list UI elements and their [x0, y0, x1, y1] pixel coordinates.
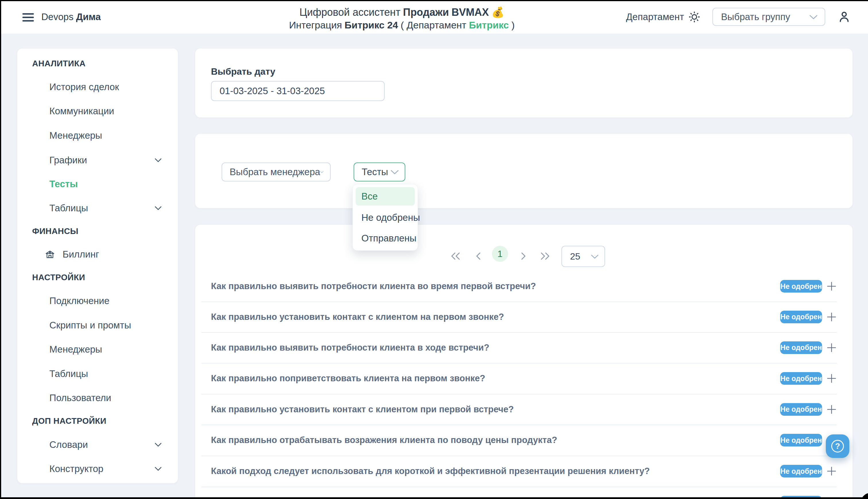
question-row: Какой подход следует использовать для ко…	[201, 456, 837, 487]
page-title-line1: Цифровой ассистент Продажи BVMAX 💰	[218, 6, 585, 19]
title1-pre: Цифровой ассистент	[299, 6, 400, 19]
expand-plus-icon[interactable]	[826, 373, 837, 384]
page-size-select[interactable]: 25	[561, 246, 605, 267]
expand-plus-icon[interactable]	[826, 342, 837, 353]
expand-plus-icon[interactable]	[826, 404, 837, 415]
group-select[interactable]: Выбрать группу	[712, 8, 825, 26]
title2-bold: Битрикс 24	[345, 19, 398, 31]
status-badge: Не одобрен	[780, 341, 822, 354]
chevron-down-icon[interactable]	[154, 442, 162, 447]
question-text: Как правильно отрабатывать возражения кл…	[211, 435, 557, 445]
dropdown-option-not-approved[interactable]: Не одобрены	[356, 208, 415, 227]
chevron-down-icon[interactable]	[154, 158, 162, 163]
sidebar-item-scripts-prompts[interactable]: Скрипты и промты	[49, 319, 131, 332]
chevron-down-icon	[320, 169, 324, 174]
date-range-value: 01-03-2025 - 31-03-2025	[212, 86, 325, 96]
date-filter-card: Выбрать дату 01-03-2025 - 31-03-2025	[195, 49, 853, 118]
chevron-down-icon	[591, 254, 599, 259]
question-text: Как правильно выявить потребности клиент…	[211, 281, 536, 291]
page-title-line2: Интеграция Битрикс 24 ( Департамент Битр…	[218, 19, 585, 31]
title2-paren-close: )	[511, 19, 514, 31]
question-row: Как правильно установить контакт с клиен…	[201, 302, 837, 333]
sidebar: АНАЛИТИКА История сделок Коммуникации Ме…	[17, 49, 178, 483]
chevron-down-icon[interactable]	[154, 466, 162, 472]
questions-card: 1 25 Как правильно выявить потребности к…	[195, 225, 853, 499]
mouse-cursor	[858, 491, 868, 499]
sidebar-item-communications[interactable]: Коммуникации	[49, 105, 114, 118]
sidebar-item-managers-settings[interactable]: Менеджеры	[49, 343, 102, 356]
app-root: Devops Дима Цифровой ассистент Продажи B…	[0, 0, 868, 499]
chevron-down-icon[interactable]	[154, 206, 162, 211]
sidebar-item-managers[interactable]: Менеджеры	[49, 129, 102, 142]
expand-plus-icon[interactable]	[826, 466, 837, 476]
screen-edge-bottom	[0, 497, 868, 499]
sidebar-item-billing[interactable]: Биллинг	[63, 248, 99, 261]
current-page-indicator[interactable]: 1	[492, 246, 508, 262]
title1-bold: Продажи	[403, 6, 449, 19]
sidebar-section-finances: ФИНАНСЫ	[32, 225, 78, 238]
tests-select-value: Тесты	[362, 167, 388, 178]
department-label: Департамент	[626, 12, 684, 22]
screen-edge-top	[0, 0, 868, 1]
status-badge: Не одобрен	[780, 280, 822, 293]
sidebar-item-tables[interactable]: Таблицы	[49, 202, 88, 215]
date-label: Выбрать дату	[211, 66, 275, 77]
last-page-icon[interactable]	[539, 252, 550, 260]
question-text: Как правильно поприветствовать клиента н…	[211, 373, 485, 384]
help-button[interactable]: ?	[826, 435, 850, 458]
expand-plus-icon[interactable]	[826, 281, 837, 291]
chevron-down-icon	[809, 14, 818, 20]
question-circle-icon: ?	[831, 440, 844, 452]
tests-dropdown-menu: Все Не одобрены Отправлены	[352, 184, 418, 251]
title2-paren-open: ( Департамент	[401, 19, 467, 31]
money-bag-emoji: 💰	[492, 6, 504, 19]
dropdown-option-all[interactable]: Все	[356, 187, 415, 206]
next-page-icon[interactable]	[520, 252, 527, 260]
brand-prefix: Devops	[41, 12, 74, 22]
question-row: Как правильно установить контакт с клиен…	[201, 394, 837, 425]
status-badge: Не одобрен	[780, 311, 822, 323]
title2-accent: Битрикс	[469, 19, 509, 31]
dropdown-option-sent[interactable]: Отправлены	[356, 229, 415, 247]
sidebar-item-dictionaries[interactable]: Словари	[49, 438, 88, 451]
question-text: Как правильно установить контакт с клиен…	[211, 404, 514, 415]
question-row: Как правильно выявить потребности клиент…	[201, 332, 837, 364]
user-profile-icon[interactable]	[837, 10, 851, 24]
hamburger-menu-icon[interactable]	[22, 13, 34, 22]
title1-brand: BVMAX	[451, 6, 489, 19]
sidebar-item-charts[interactable]: Графики	[49, 154, 87, 167]
first-page-icon[interactable]	[450, 252, 461, 260]
question-row: Как правильно отрабатывать возражения кл…	[201, 425, 837, 456]
sidebar-item-users[interactable]: Пользователи	[49, 392, 111, 404]
question-row: Как правильно выявить потребности клиент…	[201, 271, 837, 302]
sidebar-item-constructor[interactable]: Конструктор	[49, 463, 103, 475]
manager-select[interactable]: Выбрать менеджера	[222, 162, 331, 181]
title2-pre: Интеграция	[289, 19, 342, 31]
status-badge: Не одобрен	[780, 434, 822, 447]
question-text: Как правильно установить контакт с клиен…	[211, 312, 504, 322]
page-title: Цифровой ассистент Продажи BVMAX 💰 Интег…	[218, 6, 585, 31]
status-badge: Не одобрен	[780, 372, 822, 385]
brand-title: Devops Дима	[41, 11, 101, 23]
top-header: Devops Дима Цифровой ассистент Продажи B…	[0, 0, 868, 34]
sidebar-section-extra-settings: ДОП НАСТРОЙКИ	[32, 415, 107, 427]
sidebar-section-analytics: АНАЛИТИКА	[32, 57, 86, 70]
manager-select-value: Выбрать менеджера	[230, 167, 320, 178]
screen-edge-left	[0, 0, 1, 499]
prev-page-icon[interactable]	[475, 252, 482, 260]
sidebar-item-tables-settings[interactable]: Таблицы	[49, 367, 88, 380]
question-row: Как правильно поприветствовать клиента н…	[201, 363, 837, 394]
question-text: Какой подход следует использовать для ко…	[211, 466, 650, 476]
tests-select[interactable]: Тесты	[354, 162, 405, 181]
chevron-down-icon	[390, 169, 399, 174]
expand-plus-icon[interactable]	[826, 312, 837, 322]
page-size-value: 25	[570, 251, 580, 262]
group-select-value: Выбрать группу	[721, 12, 790, 22]
sidebar-item-deal-history[interactable]: История сделок	[49, 81, 119, 93]
theme-sun-icon[interactable]	[688, 10, 701, 24]
status-badge: Не одобрен	[780, 465, 822, 477]
brand-name: Дима	[76, 12, 101, 22]
date-range-input[interactable]: 01-03-2025 - 31-03-2025	[211, 81, 385, 101]
sidebar-item-connection[interactable]: Подключение	[49, 295, 109, 307]
sidebar-item-tests[interactable]: Тесты	[49, 178, 78, 190]
